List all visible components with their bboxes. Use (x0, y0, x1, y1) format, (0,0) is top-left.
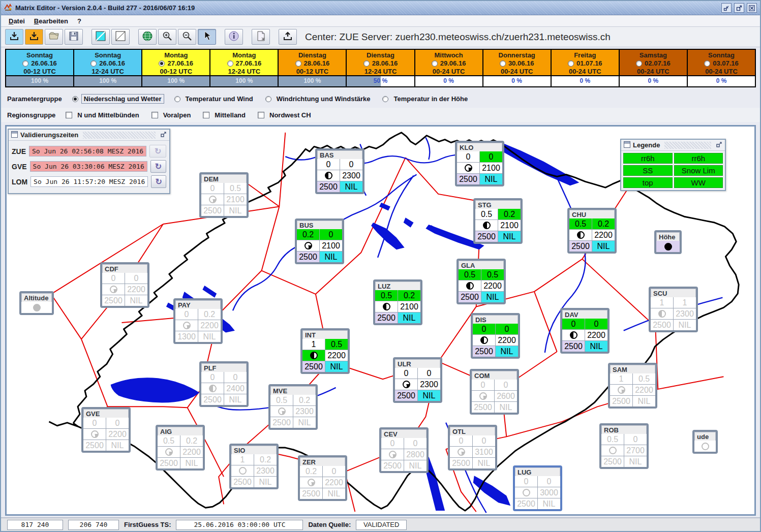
day-header[interactable]: Sonntag26.06.1600-12 UTC (5, 49, 74, 76)
day-header[interactable]: Mittwoch29.06.1600-24 UTC (414, 49, 483, 76)
cell-ww[interactable]: NIL (418, 390, 440, 401)
import-first-guess-button[interactable] (5, 29, 23, 45)
cell-ww[interactable]: NIL (320, 252, 342, 262)
cell-ww[interactable]: NIL (224, 394, 247, 405)
cell-top[interactable]: 2500 (231, 477, 254, 487)
cell-ss[interactable] (201, 194, 224, 205)
cell-ww[interactable]: NIL (498, 231, 521, 242)
day-27.06.16-00-12[interactable]: Montag27.06.1600-12 UTC100 % (141, 49, 210, 89)
cell-ss[interactable] (231, 465, 254, 476)
region-option-2[interactable]: Mittelland (203, 111, 248, 119)
cell-snowlim[interactable]: 2600 (495, 391, 517, 401)
cell-rr6h-a[interactable]: 0.5 (601, 434, 624, 445)
station-DEM[interactable]: DEM00.521002500NIL (199, 172, 249, 218)
cell-top[interactable]: 2500 (201, 394, 224, 405)
cell-ss[interactable] (375, 301, 398, 312)
day-radio[interactable] (432, 60, 438, 67)
cell-rr6h-a[interactable]: 0 (317, 159, 340, 170)
cell-rr6h-b[interactable]: 0 (585, 319, 607, 329)
cell-ss[interactable] (459, 280, 481, 291)
day-30.06.16-00-24[interactable]: Donnerstag30.06.1600-24 UTC0 % (482, 49, 552, 89)
cell-top[interactable]: 1300 (175, 331, 198, 342)
cell-snowlim[interactable]: 2400 (224, 383, 247, 394)
day-header[interactable]: Montag27.06.1612-24 UTC (209, 49, 279, 76)
cell-ss[interactable] (102, 284, 125, 295)
restore-icon[interactable] (160, 131, 167, 140)
radio-icon[interactable] (382, 96, 388, 102)
cell-ss[interactable] (473, 335, 495, 346)
station-MVE[interactable]: MVE0.50.223002500NIL (268, 384, 318, 430)
cell-top[interactable]: 2500 (297, 252, 319, 262)
day-header[interactable]: Donnerstag30.06.1600-24 UTC (482, 49, 552, 76)
station-CDF[interactable]: CDF0022002500NIL (100, 262, 149, 308)
day-01.07.16-00-24[interactable]: Freitag01.07.1600-24 UTC0 % (551, 49, 620, 89)
day-radio[interactable] (22, 60, 28, 67)
cell-rr6h-a[interactable]: 0 (515, 476, 537, 487)
cell-rr6h-b[interactable]: 0 (404, 438, 427, 449)
cell-snowlim[interactable]: 2200 (125, 284, 147, 295)
cell-rr6h-a[interactable]: 0 (201, 183, 224, 194)
cell-rr6h-b[interactable]: 0.5 (224, 183, 247, 194)
validation-panel[interactable]: Validierungszeiten ZUESo Jun 26 02:56:08… (8, 129, 170, 194)
import-validated-button[interactable] (25, 29, 43, 45)
cell-ww[interactable]: NIL (480, 174, 502, 184)
cell-snowlim[interactable]: 2200 (198, 320, 221, 331)
station-ROB[interactable]: ROB0.5027002500NIL (599, 423, 649, 469)
day-header[interactable]: Sonntag26.06.1612-24 UTC (73, 49, 142, 76)
cell-rr6h-b[interactable]: 0 (480, 151, 502, 162)
cell-rr6h-a[interactable]: 0.2 (300, 466, 322, 477)
menu-datei[interactable]: Datei (4, 16, 29, 26)
station-BAS[interactable]: BAS0023002500NIL (315, 148, 364, 194)
cell-rr6h-a[interactable]: 0 (395, 368, 417, 379)
cell-snowlim[interactable]: 2100 (498, 220, 521, 231)
cell-rr6h-b[interactable]: 0.5 (481, 269, 504, 280)
legend-panel-titlebar[interactable]: Legende (621, 140, 725, 151)
cell-top[interactable]: 2500 (472, 402, 494, 413)
pointer-select-button[interactable] (198, 29, 216, 45)
cell-rr6h-a[interactable]: 0 (175, 309, 198, 320)
cell-rr6h-a[interactable]: 0 (102, 273, 125, 284)
station-KLO[interactable]: KLO0021002500NIL (455, 141, 504, 186)
cell-rr6h-b[interactable]: 0.2 (398, 290, 420, 301)
cell-ww[interactable]: NIL (254, 477, 277, 487)
cell-ww[interactable]: NIL (473, 458, 495, 468)
cell-top[interactable]: 2500 (601, 456, 624, 467)
validation-time-field-LOM[interactable]: So Jun 26 11:57:20 MESZ 2016 (31, 176, 148, 187)
day-radio[interactable] (90, 60, 97, 67)
cell-rr6h-b[interactable]: 0.5 (633, 373, 655, 384)
param-option-1[interactable]: Temperatur und Wind (174, 95, 255, 103)
cell-rr6h-b[interactable]: 0 (538, 476, 560, 487)
cell-ss[interactable] (175, 320, 198, 331)
station-AIG[interactable]: AIG0.50.222002500NIL (156, 425, 205, 471)
cell-ss[interactable] (158, 447, 180, 457)
param-option-0[interactable]: Niederschlag und Wetter (72, 94, 164, 104)
cell-snowlim[interactable]: 2200 (106, 429, 129, 440)
cell-rr6h-b[interactable]: 0.2 (180, 435, 203, 446)
cell-top[interactable]: 2500 (459, 292, 481, 302)
region-option-3[interactable]: Nordwest CH (258, 111, 313, 119)
cell-snowlim[interactable]: 2200 (592, 230, 615, 240)
cell-ww[interactable]: NIL (481, 292, 504, 302)
cell-top[interactable]: 2500 (651, 320, 673, 330)
station-ULR[interactable]: ULR0023002500NIL (393, 357, 442, 403)
station-ZER[interactable]: ZER0.2022002500NIL (298, 455, 347, 501)
cell-rr6h-a[interactable]: 0 (83, 418, 106, 428)
cell-rr6h-a[interactable]: 0.2 (297, 229, 319, 240)
cell-top[interactable]: 2500 (381, 460, 404, 471)
checkbox-icon[interactable] (203, 112, 209, 118)
day-header[interactable]: Montag27.06.1600-12 UTC (141, 49, 210, 76)
cell-top[interactable]: 2500 (83, 440, 106, 451)
zoom-in-button[interactable] (158, 29, 176, 45)
cell-ss[interactable] (300, 477, 322, 488)
cell-top[interactable]: 2500 (515, 498, 537, 509)
cell-rr6h-a[interactable]: 1 (231, 454, 254, 465)
cell-ss[interactable] (569, 230, 592, 240)
cell-top[interactable]: 2500 (270, 417, 293, 428)
cell-ww[interactable]: NIL (198, 331, 221, 342)
day-26.06.16-12-24[interactable]: Sonntag26.06.1612-24 UTC100 % (73, 49, 142, 89)
cell-top[interactable]: 2500 (473, 346, 495, 357)
cell-rr6h-b[interactable]: 0 (106, 418, 129, 428)
mini-box-cell[interactable] (21, 302, 52, 313)
cell-top[interactable]: 2500 (569, 241, 592, 252)
radio-icon[interactable] (174, 96, 180, 102)
